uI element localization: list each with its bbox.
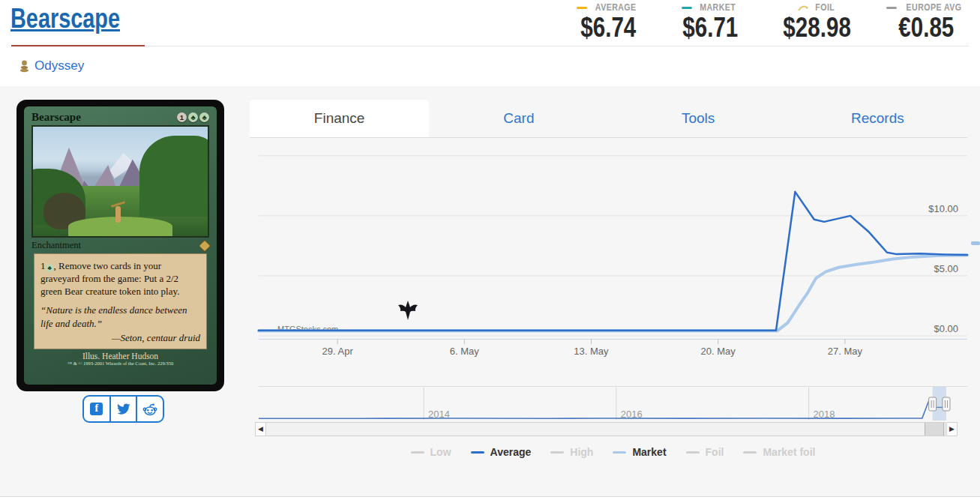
green-mana-icon: ♣ bbox=[188, 112, 198, 122]
stat-market-label: MARKET bbox=[700, 2, 736, 13]
y-axis-label: $0.00 bbox=[934, 323, 958, 334]
stat-europe-avg: EUROPE AVG €0.85 bbox=[886, 2, 967, 41]
page-bottom bbox=[0, 497, 980, 500]
legend-dash-icon bbox=[471, 451, 484, 454]
reddit-share-button[interactable] bbox=[136, 397, 163, 421]
legend-item-high[interactable]: High bbox=[550, 446, 593, 458]
y-axis-label: $5.00 bbox=[934, 263, 958, 274]
scrollbar-track[interactable] bbox=[265, 422, 946, 436]
stat-europe-label: EUROPE AVG bbox=[907, 2, 962, 13]
price-stats: AVERAGE $6.74 MARKET $6.71 FOIL $28.98 E… bbox=[571, 2, 967, 41]
card-artist-credit: Illus. Heather Hudson bbox=[24, 352, 217, 361]
twitter-icon bbox=[116, 403, 130, 415]
navigator-right-handle[interactable] bbox=[943, 397, 950, 411]
generic-mana-icon: 1 bbox=[177, 112, 187, 122]
stat-average-label: AVERAGE bbox=[595, 2, 636, 13]
legend-item-low[interactable]: Low bbox=[411, 446, 451, 458]
green-mana-icon: ♣ bbox=[199, 112, 209, 122]
planeswalker-crown-icon bbox=[398, 301, 418, 320]
market-series-line bbox=[259, 256, 967, 331]
card-rules-text: 1♣, Remove two cards in your graveyard f… bbox=[40, 259, 200, 298]
scrollbar-thumb[interactable] bbox=[925, 423, 944, 436]
legend-dash-icon bbox=[613, 451, 626, 454]
header: Bearscape Odyssey AVERAGE $6.74 MARKET $… bbox=[0, 0, 980, 86]
scrollbar-left-arrow-icon[interactable]: ◀ bbox=[255, 422, 266, 436]
average-dash-icon bbox=[577, 7, 587, 9]
tab-bar: Finance Card Tools Records bbox=[250, 100, 967, 138]
legend-item-market[interactable]: Market bbox=[613, 446, 666, 458]
scrollbar-right-arrow-icon[interactable]: ▶ bbox=[946, 422, 958, 436]
legend-item-average[interactable]: Average bbox=[471, 446, 532, 458]
content-area: Bearscape 1 ♣ ♣ Enchantment bbox=[0, 86, 980, 497]
stat-foil-label: FOIL bbox=[815, 2, 835, 13]
card-textbox: 1♣, Remove two cards in your graveyard f… bbox=[34, 253, 207, 349]
card-name: Bearscape bbox=[31, 111, 81, 124]
card-image: Bearscape 1 ♣ ♣ Enchantment bbox=[16, 100, 224, 391]
x-axis-label: 27. May bbox=[828, 346, 863, 357]
header-divider-accent bbox=[11, 45, 145, 46]
page: Bearscape Odyssey AVERAGE $6.74 MARKET $… bbox=[0, 0, 980, 500]
odyssey-set-icon bbox=[19, 60, 29, 73]
set-link-odyssey[interactable]: Odyssey bbox=[34, 58, 84, 73]
stat-market: MARKET $6.71 bbox=[673, 2, 748, 41]
legend-dash-icon bbox=[686, 451, 700, 454]
tab-finance[interactable]: Finance bbox=[250, 100, 429, 137]
legend-dash-icon bbox=[550, 451, 564, 454]
facebook-icon: f bbox=[90, 403, 103, 415]
legend-dash-icon bbox=[411, 451, 424, 454]
social-share-bar: f bbox=[82, 395, 164, 423]
legend-dash-icon bbox=[743, 451, 757, 454]
legend-item-market-foil[interactable]: Market foil bbox=[743, 446, 815, 458]
set-row: Odyssey bbox=[19, 58, 84, 73]
card-flavor-attribution: —Seton, centaur druid bbox=[40, 331, 200, 344]
navigator-left-handle[interactable] bbox=[929, 397, 937, 411]
mana-cost: 1 ♣ ♣ bbox=[177, 112, 209, 122]
facebook-share-button[interactable]: f bbox=[84, 397, 109, 421]
card-title-link[interactable]: Bearscape bbox=[10, 3, 120, 34]
green-mana-icon: ♣ bbox=[46, 264, 54, 272]
tab-tools[interactable]: Tools bbox=[609, 100, 788, 137]
navigator-series-line bbox=[259, 398, 946, 418]
y-axis-label: $10.00 bbox=[928, 203, 958, 214]
tab-card[interactable]: Card bbox=[429, 100, 608, 137]
stat-foil: FOIL $28.98 bbox=[775, 2, 859, 41]
card-flavor-text: “Nature is the endless dance between lif… bbox=[40, 304, 200, 329]
tab-records[interactable]: Records bbox=[788, 100, 967, 137]
stat-average: AVERAGE $6.74 bbox=[571, 2, 646, 41]
header-divider bbox=[11, 46, 969, 46]
average-series-line bbox=[259, 192, 967, 331]
twitter-share-button[interactable] bbox=[109, 397, 136, 421]
card-legal-line: ™ & © 1993-2001 Wizards of the Coast, In… bbox=[24, 361, 217, 366]
curved-arrow-icon bbox=[797, 4, 809, 11]
stat-europe-value: €0.85 bbox=[898, 13, 954, 41]
page-scroll-indicator[interactable] bbox=[971, 241, 980, 245]
reddit-icon bbox=[142, 403, 157, 416]
x-axis-label: 29. Apr bbox=[322, 346, 354, 357]
card-art bbox=[31, 125, 209, 238]
stat-market-value: $6.71 bbox=[682, 13, 738, 41]
market-dash-icon bbox=[682, 7, 692, 9]
card-set-symbol-icon bbox=[199, 239, 211, 252]
x-axis-label: 6. May bbox=[450, 346, 480, 357]
chart-navigator[interactable]: 201420162018 bbox=[259, 386, 967, 422]
legend-item-foil[interactable]: Foil bbox=[686, 446, 724, 458]
stat-foil-value: $28.98 bbox=[783, 13, 851, 41]
card-frame: Bearscape 1 ♣ ♣ Enchantment bbox=[24, 106, 217, 385]
price-chart[interactable]: $0.00$5.00$10.0029. Apr6. May13. May20. … bbox=[259, 146, 969, 365]
chart-legend: Low Average High Market Foil Market foil bbox=[259, 446, 967, 458]
x-axis-label: 13. May bbox=[574, 346, 609, 357]
card-type-line: Enchantment bbox=[31, 240, 81, 251]
stat-average-value: $6.74 bbox=[580, 13, 636, 41]
europe-dash-icon bbox=[886, 7, 897, 9]
x-axis-label: 20. May bbox=[701, 346, 736, 357]
chart-scrollbar: ◀ ▶ bbox=[255, 422, 958, 436]
